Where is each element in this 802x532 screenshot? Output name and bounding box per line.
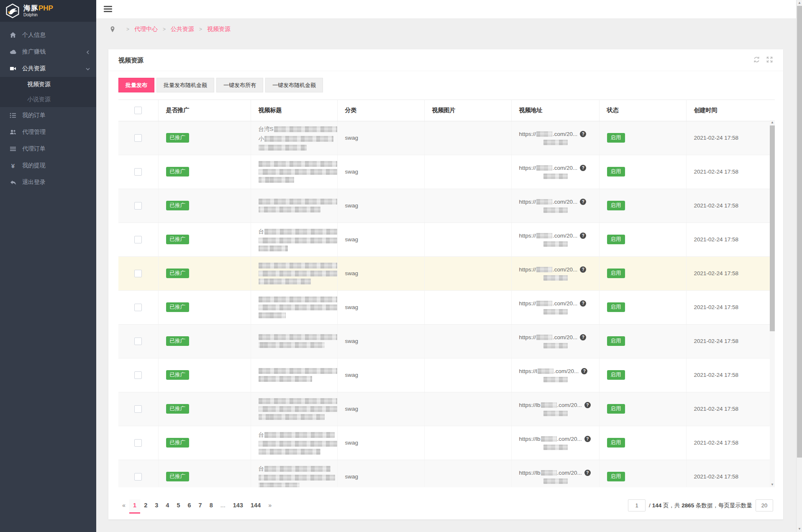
- video-url: https://lb.com/20... ?: [519, 436, 599, 442]
- page-3[interactable]: 3: [151, 499, 162, 514]
- promoted-badge: 已推广: [166, 404, 190, 414]
- table-row: 已推广 swag https://.com/20... ? 启用 2021-02…: [118, 256, 775, 290]
- page-prev[interactable]: «: [118, 499, 129, 514]
- hamburger-menu-icon[interactable]: [104, 6, 112, 13]
- page-143[interactable]: 143: [229, 499, 247, 514]
- sidebar-item-public-resources[interactable]: 公共资源: [0, 60, 96, 77]
- page-1[interactable]: 1: [129, 499, 140, 514]
- page-title: 视频资源: [118, 49, 143, 71]
- video-camera-icon: [9, 65, 17, 72]
- sidebar-item-novel-resources[interactable]: 小说资源: [0, 92, 96, 107]
- video-url: https://lb.com/20... ?: [519, 470, 599, 476]
- page-4[interactable]: 4: [162, 499, 173, 514]
- brand-en: PHP: [38, 4, 53, 12]
- url-redacted-block: [536, 301, 552, 306]
- browser-scrollbar-thumb[interactable]: [797, 6, 802, 458]
- scrollbar-up-arrow-icon[interactable]: ▲: [797, 0, 802, 6]
- sidebar-item-promote[interactable]: 推广赚钱: [0, 43, 96, 60]
- status-badge: 启用: [607, 269, 625, 278]
- app-logo[interactable]: 海豚PHP Dolphin: [0, 0, 96, 22]
- per-page-input[interactable]: [756, 499, 773, 512]
- page-ellipsis: ...: [217, 499, 229, 514]
- scroll-down-arrow-icon[interactable]: ▼: [770, 482, 775, 487]
- video-image-cell: [424, 223, 511, 256]
- sidebar-item-my-orders[interactable]: 我的订单: [0, 107, 96, 124]
- page-6[interactable]: 6: [184, 499, 195, 514]
- table-scrollbar[interactable]: ▲ ▼: [770, 120, 775, 487]
- one-key-publish-random-amount-button[interactable]: 一键发布随机金额: [265, 78, 323, 92]
- breadcrumb-link-public-resources[interactable]: 公共资源: [171, 26, 194, 33]
- url-sub-redacted-block: [543, 275, 568, 281]
- row-checkbox[interactable]: [134, 168, 142, 176]
- page-144[interactable]: 144: [247, 499, 264, 514]
- url-redacted-block: [536, 335, 552, 340]
- table-row: 已推广 台 swag https://.com/20... ? 启用 2021-…: [118, 223, 775, 256]
- sidebar-item-logout[interactable]: 退出登录: [0, 174, 96, 191]
- help-icon[interactable]: ?: [581, 368, 587, 374]
- help-icon[interactable]: ?: [580, 199, 586, 205]
- row-checkbox[interactable]: [134, 134, 142, 142]
- scrollbar-down-arrow-icon[interactable]: ▼: [797, 526, 802, 532]
- help-icon[interactable]: ?: [580, 131, 586, 137]
- video-url: https://.com/20... ?: [519, 233, 599, 239]
- help-icon[interactable]: ?: [580, 266, 586, 273]
- video-title-redacted: [259, 368, 337, 382]
- row-checkbox[interactable]: [134, 338, 142, 345]
- location-pin-icon: [110, 26, 115, 33]
- sidebar-item-my-withdrawals[interactable]: ¥ 我的提现: [0, 157, 96, 174]
- browser-scrollbar[interactable]: ▲ ▼: [796, 0, 802, 532]
- video-title-redacted: [259, 263, 337, 284]
- help-icon[interactable]: ?: [580, 165, 586, 171]
- video-url: https://.com/20... ?: [519, 131, 599, 137]
- help-icon[interactable]: ?: [584, 436, 591, 442]
- row-checkbox[interactable]: [134, 270, 142, 277]
- batch-publish-button[interactable]: 批量发布: [118, 78, 154, 92]
- batch-publish-random-amount-button[interactable]: 批量发布随机金额: [156, 78, 214, 92]
- help-icon[interactable]: ?: [584, 402, 591, 408]
- select-all-checkbox[interactable]: [134, 107, 142, 114]
- url-redacted-block: [541, 470, 557, 476]
- sidebar-item-agent-management[interactable]: 代理管理: [0, 124, 96, 141]
- help-icon[interactable]: ?: [580, 300, 586, 307]
- created-time: 2021-02-24 17:58: [694, 304, 739, 310]
- table-row: 已推广 swag https://.com/20... ? 启用 2021-02…: [118, 324, 775, 358]
- page-5[interactable]: 5: [173, 499, 184, 514]
- page-2[interactable]: 2: [140, 499, 151, 514]
- row-checkbox[interactable]: [134, 202, 142, 210]
- help-icon[interactable]: ?: [580, 233, 586, 239]
- sidebar-item-agent-orders[interactable]: 代理订单: [0, 141, 96, 157]
- category-label: swag: [345, 406, 359, 412]
- status-badge: 启用: [607, 336, 625, 346]
- breadcrumb-link-agent-center[interactable]: 代理中心: [134, 26, 158, 33]
- page-8[interactable]: 8: [206, 499, 217, 514]
- help-icon[interactable]: ?: [584, 470, 591, 476]
- row-checkbox[interactable]: [134, 236, 142, 243]
- video-url: https://.com/20... ?: [519, 300, 599, 307]
- fullscreen-icon[interactable]: [766, 56, 773, 63]
- row-checkbox[interactable]: [134, 405, 142, 413]
- row-checkbox[interactable]: [134, 304, 142, 311]
- video-image-cell: [424, 256, 511, 290]
- breadcrumb-link-video-resources[interactable]: 视频资源: [207, 26, 231, 33]
- page-7[interactable]: 7: [195, 499, 206, 514]
- card-header: 视频资源: [108, 49, 783, 71]
- chevron-down-icon: [85, 66, 90, 71]
- category-label: swag: [345, 202, 359, 209]
- sidebar-item-video-resources[interactable]: 视频资源: [0, 77, 96, 92]
- scroll-up-arrow-icon[interactable]: ▲: [770, 120, 775, 125]
- row-checkbox[interactable]: [134, 473, 142, 481]
- status-badge: 启用: [607, 370, 625, 380]
- row-checkbox[interactable]: [134, 439, 142, 447]
- page-number-input[interactable]: [628, 499, 646, 512]
- one-key-publish-all-button[interactable]: 一键发布所有: [216, 78, 263, 92]
- category-label: swag: [345, 372, 359, 378]
- sidebar-item-profile[interactable]: 个人信息: [0, 27, 96, 43]
- public-resources-submenu: 视频资源 小说资源: [0, 77, 96, 107]
- row-checkbox[interactable]: [134, 371, 142, 379]
- refresh-icon[interactable]: [753, 56, 760, 63]
- url-redacted-block: [536, 199, 552, 205]
- page-next[interactable]: »: [264, 499, 275, 514]
- table-scrollbar-thumb[interactable]: [770, 125, 775, 331]
- url-redacted-block: [536, 233, 552, 238]
- help-icon[interactable]: ?: [580, 334, 586, 340]
